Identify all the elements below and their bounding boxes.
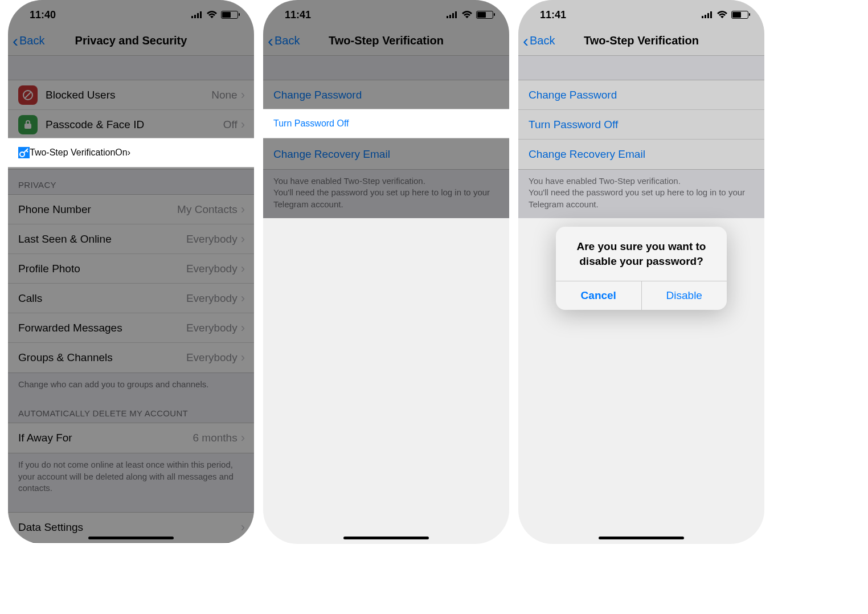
row-forwarded-messages[interactable]: Forwarded MessagesEverybody› bbox=[8, 313, 254, 343]
twostep-footer: You have enabled Two-Step verification. … bbox=[263, 170, 509, 218]
privacy-group: Phone NumberMy Contacts› Last Seen & Onl… bbox=[8, 194, 254, 373]
row-value: Off bbox=[223, 118, 238, 131]
key-icon bbox=[18, 147, 30, 158]
nav-bar: ‹ Back Two-Step Verification bbox=[518, 26, 764, 56]
row-groups-channels[interactable]: Groups & ChannelsEverybody› bbox=[8, 343, 254, 373]
home-indicator[interactable] bbox=[599, 537, 684, 539]
chevron-right-icon: › bbox=[241, 520, 245, 535]
status-indicators bbox=[447, 11, 493, 19]
svg-rect-10 bbox=[447, 16, 448, 18]
row-turn-password-off[interactable]: Turn Password Off bbox=[263, 109, 509, 138]
status-time: 11:41 bbox=[540, 9, 566, 21]
status-time: 11:41 bbox=[285, 9, 311, 21]
svg-rect-14 bbox=[702, 16, 703, 18]
wifi-icon bbox=[206, 11, 218, 19]
chevron-right-icon: › bbox=[241, 232, 245, 247]
chevron-left-icon: ‹ bbox=[268, 32, 273, 50]
back-button[interactable]: ‹ Back bbox=[523, 32, 555, 50]
alert-disable-button[interactable]: Disable bbox=[642, 281, 727, 310]
chevron-right-icon: › bbox=[241, 117, 245, 132]
home-indicator[interactable] bbox=[88, 537, 174, 539]
svg-rect-2 bbox=[197, 13, 199, 18]
phone-frame-2: 11:41 ‹ Back Two-Step Verification Chang… bbox=[263, 0, 509, 544]
status-time: 11:40 bbox=[30, 9, 56, 21]
cellular-icon bbox=[702, 11, 713, 18]
status-indicators bbox=[191, 11, 238, 19]
svg-rect-0 bbox=[191, 16, 193, 18]
status-bar: 11:40 bbox=[8, 0, 254, 26]
svg-line-5 bbox=[25, 92, 31, 98]
svg-rect-17 bbox=[710, 11, 712, 18]
row-value: None bbox=[211, 89, 237, 101]
row-label: Two-Step Verification bbox=[30, 148, 115, 158]
wifi-icon bbox=[461, 11, 473, 19]
alert-title: Are you sure you want to disable your pa… bbox=[556, 227, 727, 281]
chevron-left-icon: ‹ bbox=[523, 32, 529, 50]
wifi-icon bbox=[716, 11, 728, 19]
svg-rect-6 bbox=[24, 124, 31, 129]
battery-icon bbox=[476, 11, 493, 19]
back-label: Back bbox=[530, 34, 555, 47]
back-button[interactable]: ‹ Back bbox=[268, 32, 300, 50]
confirmation-alert: Are you sure you want to disable your pa… bbox=[556, 227, 727, 310]
row-label: Turn Password Off bbox=[273, 118, 349, 129]
section-header-privacy: PRIVACY bbox=[8, 170, 254, 194]
row-blocked-users[interactable]: Blocked Users None › bbox=[8, 80, 254, 110]
alert-cancel-button[interactable]: Cancel bbox=[556, 281, 642, 310]
row-value: On bbox=[115, 148, 127, 158]
chevron-right-icon: › bbox=[241, 350, 245, 365]
chevron-right-icon: › bbox=[241, 202, 245, 217]
auto-delete-footer: If you do not come online at least once … bbox=[8, 453, 254, 502]
row-if-away[interactable]: If Away For6 months› bbox=[8, 423, 254, 453]
passcode-icon bbox=[18, 115, 38, 134]
row-change-recovery-email[interactable]: Change Recovery Email bbox=[263, 140, 509, 169]
row-change-recovery-email[interactable]: Change Recovery Email bbox=[518, 140, 764, 169]
row-change-password[interactable]: Change Password bbox=[518, 80, 764, 110]
settings-content: Change Password Turn Password Off Change… bbox=[518, 56, 764, 218]
blocked-icon bbox=[18, 85, 38, 105]
svg-rect-15 bbox=[705, 15, 706, 18]
chevron-right-icon: › bbox=[241, 321, 245, 335]
chevron-right-icon: › bbox=[241, 431, 245, 445]
chevron-right-icon: › bbox=[128, 148, 130, 158]
row-last-seen[interactable]: Last Seen & OnlineEverybody› bbox=[8, 224, 254, 254]
svg-rect-16 bbox=[707, 13, 709, 18]
status-indicators bbox=[702, 11, 748, 19]
phone-frame-3: 11:41 ‹ Back Two-Step Verification Chang… bbox=[518, 0, 764, 544]
row-calls[interactable]: CallsEverybody› bbox=[8, 284, 254, 313]
back-button[interactable]: ‹ Back bbox=[13, 32, 44, 50]
page-title: Two-Step Verification bbox=[584, 34, 699, 47]
back-label: Back bbox=[19, 34, 44, 47]
battery-icon bbox=[731, 11, 748, 19]
section-header-auto-delete: AUTOMATICALLY DELETE MY ACCOUNT bbox=[8, 398, 254, 423]
privacy-footer: Change who can add you to groups and cha… bbox=[8, 373, 254, 398]
row-turn-password-off[interactable]: Turn Password Off bbox=[518, 110, 764, 140]
page-title: Two-Step Verification bbox=[329, 34, 444, 47]
settings-content: Blocked Users None › Passcode & Face ID … bbox=[8, 56, 254, 543]
row-change-password[interactable]: Change Password bbox=[263, 80, 509, 110]
svg-rect-11 bbox=[449, 15, 451, 18]
nav-bar: ‹ Back Privacy and Security bbox=[8, 26, 254, 56]
chevron-right-icon: › bbox=[241, 88, 245, 103]
nav-bar: ‹ Back Two-Step Verification bbox=[263, 26, 509, 56]
row-phone-number[interactable]: Phone NumberMy Contacts› bbox=[8, 195, 254, 224]
status-bar: 11:41 bbox=[518, 0, 764, 26]
status-bar: 11:41 bbox=[263, 0, 509, 26]
chevron-right-icon: › bbox=[241, 291, 245, 306]
home-indicator[interactable] bbox=[343, 537, 429, 539]
row-passcode[interactable]: Passcode & Face ID Off › bbox=[8, 110, 254, 140]
phone-frame-1: 11:40 ‹ Back Privacy and Security bbox=[8, 0, 254, 544]
back-label: Back bbox=[275, 34, 300, 47]
svg-rect-1 bbox=[194, 15, 196, 18]
svg-line-9 bbox=[26, 150, 28, 152]
chevron-right-icon: › bbox=[241, 261, 245, 276]
row-two-step-verification[interactable]: Two-Step Verification On › bbox=[8, 138, 254, 167]
auto-delete-group: If Away For6 months› bbox=[8, 423, 254, 453]
page-title: Privacy and Security bbox=[75, 34, 187, 47]
battery-icon bbox=[221, 11, 238, 19]
twostep-footer: You have enabled Two-Step verification. … bbox=[518, 170, 764, 218]
chevron-left-icon: ‹ bbox=[13, 32, 18, 50]
row-profile-photo[interactable]: Profile PhotoEverybody› bbox=[8, 254, 254, 284]
svg-rect-13 bbox=[455, 11, 457, 18]
row-label: Passcode & Face ID bbox=[46, 118, 223, 131]
